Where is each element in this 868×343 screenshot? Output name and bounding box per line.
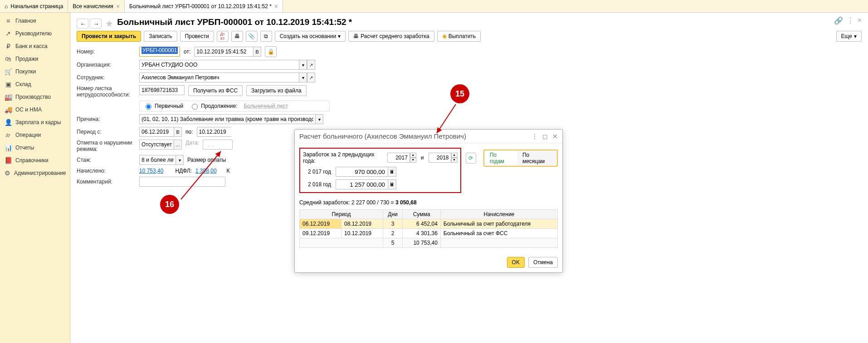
- radio-primary[interactable]: Первичный: [143, 102, 183, 110]
- create-on-button[interactable]: Создать на основании ▾: [275, 31, 346, 42]
- sidebar-item-warehouse[interactable]: ▣Склад: [0, 78, 70, 91]
- table-row[interactable]: 09.12.2019 10.12.2019 2 4 301,36 Больнич…: [300, 229, 558, 238]
- down-icon[interactable]: ▼: [451, 158, 458, 163]
- get-fss-button[interactable]: Получить из ФСС: [188, 85, 243, 96]
- col-period: Период: [300, 210, 383, 219]
- sidebar-item-hr[interactable]: 👤Зарплата и кадры: [0, 116, 70, 129]
- year1-spinner[interactable]: ▲▼: [387, 153, 416, 163]
- leafno-label: Номер листка нетрудоспособности:: [77, 85, 136, 98]
- sidebar-item-purchases[interactable]: 🛒Покупки: [0, 65, 70, 78]
- continuation-link[interactable]: Больничный лист: [244, 103, 288, 109]
- close-icon[interactable]: ×: [116, 3, 120, 10]
- ellipsis-icon[interactable]: …: [174, 140, 182, 150]
- load-file-button[interactable]: Загрузить из файла: [246, 85, 307, 96]
- k-label: К: [227, 168, 230, 174]
- stage-input[interactable]: [139, 155, 176, 165]
- ndfl-link[interactable]: 1 398,00: [195, 168, 217, 174]
- tab-sick-leave[interactable]: Больничный лист УРБП-000001 от 10.12.201…: [125, 0, 283, 12]
- sidebar-item-admin[interactable]: ⚙Администрирование: [0, 167, 70, 179]
- date-input[interactable]: [194, 47, 253, 57]
- violation-input[interactable]: [139, 140, 174, 150]
- period-from-input[interactable]: [139, 127, 174, 137]
- sidebar-item-main[interactable]: ≡Главное: [0, 14, 70, 27]
- year2-value[interactable]: [336, 179, 388, 189]
- open-icon[interactable]: ↗: [307, 60, 315, 70]
- nav-forward-button[interactable]: →: [90, 19, 102, 29]
- pay-button[interactable]: ◉ Выплатить: [437, 31, 481, 42]
- year2-label: 2 018 год: [303, 181, 331, 188]
- home-icon: ⌂: [5, 3, 8, 10]
- calc-icon[interactable]: 🖩: [388, 167, 396, 177]
- sidebar-item-reports[interactable]: 📊Отчеты: [0, 141, 70, 154]
- chevron-down-icon[interactable]: ▾: [299, 60, 307, 70]
- calc-icon[interactable]: 🖩: [388, 179, 396, 189]
- kebab-icon[interactable]: ⋮: [847, 16, 854, 25]
- year1-value[interactable]: [336, 167, 388, 177]
- cancel-button[interactable]: Отмена: [528, 257, 558, 268]
- and-label: и: [421, 155, 424, 161]
- favorite-icon[interactable]: ★: [105, 18, 113, 29]
- attach-button[interactable]: 📎: [246, 31, 258, 42]
- number-input[interactable]: УРБП-000001: [139, 47, 180, 57]
- by-years-button[interactable]: По годам: [484, 150, 517, 166]
- reason-input[interactable]: [139, 114, 315, 124]
- sidebar-item-operations[interactable]: ДтОперации: [0, 129, 70, 141]
- year2-spinner[interactable]: ▲▼: [429, 153, 458, 163]
- tab-home[interactable]: ⌂ Начальная страница: [0, 0, 68, 12]
- sidebar-label: Справочники: [15, 157, 49, 164]
- sidebar-item-sales[interactable]: 🛍Продажи: [0, 53, 70, 65]
- nav-back-button[interactable]: ←: [77, 19, 88, 29]
- col-sum: Сумма: [403, 210, 441, 219]
- sidebar-item-handbooks[interactable]: 📕Справочники: [0, 154, 70, 167]
- comment-input[interactable]: [139, 177, 225, 187]
- maximize-icon[interactable]: ◻: [542, 133, 548, 140]
- chevron-down-icon[interactable]: ▾: [299, 72, 307, 82]
- print-button[interactable]: 🖶: [231, 31, 243, 42]
- more-button[interactable]: Еще ▾: [836, 31, 862, 42]
- sidebar-item-bank[interactable]: ₽Банк и касса: [0, 40, 70, 53]
- sidebar-label: Отчеты: [15, 145, 34, 151]
- period-to-input[interactable]: [197, 127, 231, 137]
- tab-home-label: Начальная страница: [10, 3, 63, 10]
- callout-15: 15: [450, 84, 469, 103]
- chart-up-icon: ↗: [5, 30, 12, 37]
- radio-continuation[interactable]: Продолжение:: [190, 102, 237, 110]
- up-icon[interactable]: ▲: [451, 153, 458, 158]
- sidebar-label: Администрирование: [14, 170, 66, 176]
- chevron-down-icon[interactable]: ▾: [315, 114, 323, 124]
- refresh-button[interactable]: ⟳: [466, 153, 476, 164]
- leafno-input[interactable]: [139, 85, 185, 95]
- sidebar-item-manager[interactable]: ↗Руководителю: [0, 27, 70, 40]
- tab-accruals[interactable]: Все начисления ×: [68, 0, 125, 12]
- accrued-link[interactable]: 10 753,40: [139, 168, 163, 174]
- kebab-icon[interactable]: ⋮: [532, 133, 538, 140]
- post-button[interactable]: Провести: [180, 31, 214, 42]
- calendar-icon[interactable]: 🗓: [174, 127, 182, 137]
- post-close-button[interactable]: Провести и закрыть: [77, 31, 141, 42]
- lock-button[interactable]: 🔒: [265, 46, 277, 57]
- close-page-icon[interactable]: ×: [858, 16, 862, 25]
- emp-input[interactable]: [139, 72, 299, 82]
- chevron-down-icon[interactable]: ▾: [176, 155, 184, 165]
- comment-label: Комментарий:: [77, 179, 136, 185]
- close-icon[interactable]: ×: [274, 3, 278, 10]
- up-icon[interactable]: ▲: [410, 153, 416, 158]
- bag-icon: 🛍: [5, 55, 12, 63]
- open-icon[interactable]: ↗: [307, 72, 315, 82]
- viol-date-input[interactable]: [203, 140, 233, 150]
- calendar-icon[interactable]: 🗓: [253, 47, 261, 57]
- dtkt-button[interactable]: ДтКт: [217, 31, 229, 42]
- by-months-button[interactable]: По месяцам: [517, 150, 557, 166]
- table-row[interactable]: 06.12.2019 08.12.2019 3 6 452,04 Больнич…: [300, 219, 558, 229]
- calc-avg-button[interactable]: 🖶 Расчет среднего заработка: [348, 31, 434, 42]
- ok-button[interactable]: OK: [507, 257, 525, 268]
- close-icon[interactable]: ✕: [552, 133, 558, 140]
- link-icon[interactable]: 🔗: [834, 16, 843, 25]
- sidebar-item-production[interactable]: 🏭Производство: [0, 91, 70, 103]
- down-icon[interactable]: ▼: [410, 158, 416, 163]
- save-button[interactable]: Записать: [144, 31, 177, 42]
- tabs-bar: ⌂ Начальная страница Все начисления × Бо…: [0, 0, 868, 13]
- related-button[interactable]: ⧉: [260, 31, 272, 42]
- sidebar-item-assets[interactable]: 🚚ОС и НМА: [0, 103, 70, 116]
- org-input[interactable]: [139, 60, 299, 70]
